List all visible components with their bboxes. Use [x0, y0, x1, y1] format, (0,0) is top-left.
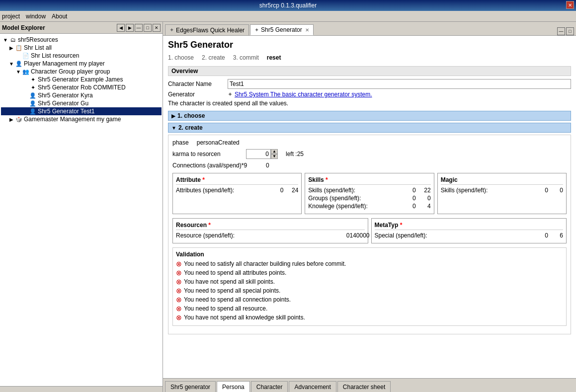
tab-shr5-gen[interactable]: ✦ Shr5 Generator ✕ — [250, 24, 314, 35]
wizard-step-2[interactable]: 2. create — [202, 54, 225, 61]
panel-maximize[interactable]: □ — [144, 24, 152, 32]
validation-item-4: ⊗You need to spend all connection points… — [176, 296, 563, 304]
tree-item-shr-list-resourcen[interactable]: 📄Shr List resourcen — [1, 52, 162, 60]
tree-item-gen-kyra[interactable]: 👤Shr5 Generator Kyra — [1, 91, 162, 99]
skills-row-1-val1: 0 — [401, 195, 416, 202]
bottom-tab-charsheet[interactable]: Character sheet — [337, 381, 391, 392]
tree-icon-shr-list-all: 📋 — [15, 44, 23, 51]
tree-item-shr-list-all[interactable]: ▶📋Shr List all — [1, 44, 162, 52]
wizard-step-3[interactable]: 3. commit — [233, 54, 259, 61]
menu-project[interactable]: project — [2, 13, 20, 20]
tree-label-gen-rob: Shr5 Generator Rob COMMITED — [38, 84, 126, 91]
panel-close[interactable]: ✕ — [153, 24, 161, 32]
tab-shr5-gen-close[interactable]: ✕ — [305, 27, 309, 33]
tree-toggle-shr-list-all: ▶ — [8, 45, 15, 51]
attribute-required: * — [201, 176, 205, 183]
panel-title: Model Explorer — [2, 24, 45, 31]
generator-link[interactable]: Shr5 System The basic character generato… — [235, 91, 372, 98]
tree-icon-gen-james: ✦ — [29, 76, 37, 83]
magic-row-0-val1: 0 — [533, 187, 548, 194]
karma-input[interactable] — [246, 149, 271, 159]
skills-row-2-val2: 4 — [416, 203, 431, 210]
panel-minimize[interactable]: — — [135, 24, 143, 32]
tree-label-character-group: Character Group player group — [31, 68, 110, 75]
karma-row: karma to resorcen ▲ ▼ left :25 — [172, 149, 567, 159]
menu-window[interactable]: window — [26, 13, 46, 20]
magic-box-title: Magic — [441, 176, 563, 185]
bottom-tab-shr5gen[interactable]: Shr5 generator — [165, 381, 216, 392]
window-close-button[interactable]: ✕ — [566, 1, 574, 9]
tab-area-min[interactable]: — — [557, 27, 565, 35]
tree-item-gm-management[interactable]: ▶🎲Gamemaster Management my game — [1, 115, 162, 123]
metatyp-box-title: MetaTyp * — [375, 222, 564, 230]
tree-label-gen-gu: Shr5 Generator Gu — [38, 100, 88, 107]
metatyp-row-0-val1: 0 — [533, 232, 548, 239]
tree-item-gen-rob[interactable]: ✦Shr5 Generator Rob COMMITED — [1, 83, 162, 91]
karma-down[interactable]: ▼ — [271, 154, 278, 159]
tree-toggle-character-group: ▼ — [15, 69, 22, 75]
panel-header-buttons: ◀ ▶ — □ ✕ — [117, 24, 161, 32]
validation-icon-6: ⊗ — [176, 314, 182, 321]
stats-grid: Attribute * Attributes (spend/left): 0 2… — [172, 173, 567, 214]
tab-shr5-gen-label: Shr5 Generator — [261, 26, 302, 33]
connections-label: Connections (avail/spend)*9 — [172, 162, 262, 169]
tree-label-gen-test1: Shr5 Generator Test1 — [38, 108, 95, 115]
section-1-label: 1. choose — [177, 112, 205, 119]
wizard-reset[interactable]: reset — [267, 54, 281, 61]
content-area: Shr5 Generator 1. choose 2. create 3. co… — [163, 36, 576, 378]
menu-about[interactable]: About — [52, 13, 67, 20]
generator-row: Generator ✦ Shr5 System The basic charac… — [168, 91, 571, 98]
section-1-choose-header[interactable]: ▶ 1. choose — [168, 111, 571, 121]
karma-up[interactable]: ▲ — [271, 149, 278, 154]
tree-label-gen-kyra: Shr5 Generator Kyra — [38, 92, 93, 99]
content-title: Shr5 Generator — [168, 40, 571, 50]
phase-row: phase personaCreated — [172, 139, 567, 146]
attribute-row-0-label: Attributes (spend/left): — [176, 187, 268, 194]
tree-toggle-gm-management: ▶ — [8, 117, 15, 122]
generator-link-icon: ✦ — [228, 91, 233, 98]
panel-header: Model Explorer ◀ ▶ — □ ✕ — [0, 22, 163, 34]
karma-spinner: ▲ ▼ — [246, 149, 278, 159]
section-2-chevron: ▼ — [171, 125, 176, 131]
section-2-create-header[interactable]: ▼ 2. create — [168, 123, 571, 133]
validation-item-2: ⊗You have not spend all skill points. — [176, 278, 563, 286]
right-panel: ✦ EdgesFlaws Quick Healer ✦ Shr5 Generat… — [163, 22, 576, 392]
phase-value: personaCreated — [197, 139, 240, 146]
validation-text-0: You need to satisfy all character buildi… — [184, 260, 346, 267]
tab-edges-flaws[interactable]: ✦ EdgesFlaws Quick Healer — [165, 24, 249, 35]
tab-edges-flaws-icon: ✦ — [169, 27, 174, 33]
tree: ▼🗂shr5Resources▶📋Shr List all📄Shr List r… — [0, 34, 163, 386]
tree-item-player-management[interactable]: ▼👤Player Management my player — [1, 60, 162, 68]
left-scrollbar[interactable] — [0, 386, 163, 392]
tree-item-shr5resources[interactable]: ▼🗂shr5Resources — [1, 36, 162, 44]
tree-item-gen-gu[interactable]: 👤Shr5 Generator Gu — [1, 99, 162, 107]
window-title: shr5rcp 0.1.3.qualifier — [259, 2, 317, 9]
wizard-step-1[interactable]: 1. choose — [168, 54, 194, 61]
tree-item-gen-james[interactable]: ✦Shr5 Generator Example James — [1, 76, 162, 83]
skills-box-title: Skills * — [308, 176, 430, 185]
validation-item-3: ⊗You need to spend all special points. — [176, 287, 563, 295]
section-2-label: 2. create — [178, 124, 203, 131]
validation-text-5: You need to spend all resource. — [184, 305, 267, 312]
bottom-tab-persona[interactable]: Persona — [217, 381, 250, 392]
tree-icon-gen-kyra: 👤 — [29, 92, 37, 99]
tree-item-gen-test1[interactable]: 👤Shr5 Generator Test1 — [1, 107, 162, 115]
validation-text-1: You need to spend all attributes points. — [184, 269, 286, 276]
panel-toolbar-forward[interactable]: ▶ — [126, 24, 134, 32]
tree-item-character-group[interactable]: ▼👥Character Group player group — [1, 68, 162, 76]
tree-toggle-shr5resources: ▼ — [2, 37, 9, 43]
character-name-input[interactable] — [228, 79, 571, 89]
section-1-chevron: ▶ — [171, 113, 175, 119]
attribute-row-0-val1: 0 — [268, 187, 283, 194]
resourcen-required: * — [207, 222, 211, 229]
tab-area-max[interactable]: □ — [566, 27, 574, 35]
resourcen-box-title: Resourcen * — [176, 222, 365, 230]
left-panel: Model Explorer ◀ ▶ — □ ✕ ▼🗂shr5Resources… — [0, 22, 163, 392]
panel-toolbar-back[interactable]: ◀ — [117, 24, 125, 32]
wizard-steps: 1. choose 2. create 3. commit reset — [168, 54, 571, 61]
bottom-tab-character[interactable]: Character — [251, 381, 288, 392]
bottom-tab-advancement[interactable]: Advancement — [289, 381, 336, 392]
magic-box: Magic Skills (spend/left): 0 0 — [437, 173, 567, 214]
metatyp-row-0: Special (spend/left): 0 6 — [375, 232, 564, 239]
skills-row-0-val2: 22 — [416, 187, 431, 194]
